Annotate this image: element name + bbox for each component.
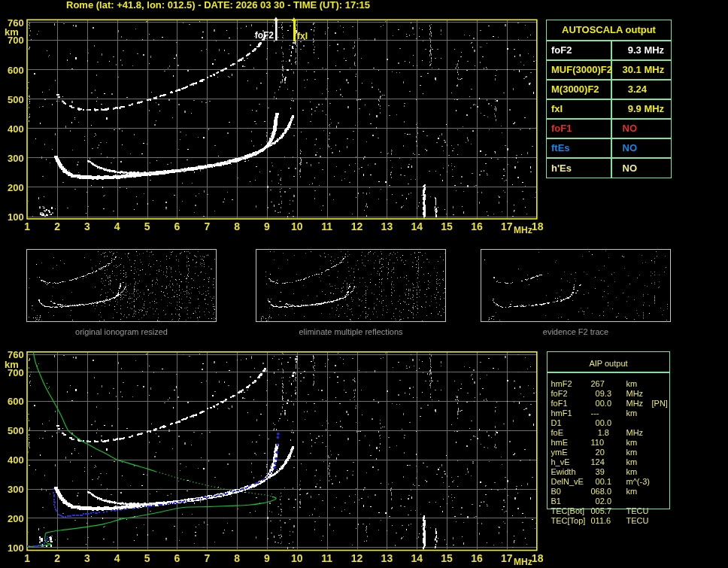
autoscala-table-title: AUTOSCALA output xyxy=(547,25,671,35)
x-tick-label: 4 xyxy=(105,553,129,563)
thumbnail-caption: original ionogram resized xyxy=(26,327,217,336)
station-title: Rome (lat: +41.8, lon: 012.5) - DATE: 20… xyxy=(66,1,370,10)
thumbnail-caption: evidence F2 trace xyxy=(481,327,671,336)
x-tick-label: 6 xyxy=(165,553,189,563)
x-tick-label: 3 xyxy=(75,553,99,563)
x-tick-label: 4 xyxy=(105,221,129,232)
x-tick-label: 2 xyxy=(45,221,69,232)
autoscala-row-label: foF2 xyxy=(551,45,572,56)
autoscala-row-label: ftEs xyxy=(551,143,570,153)
autoscala-row-divider xyxy=(546,59,672,61)
y-tick-label: 400 xyxy=(8,124,24,134)
ionogram-plot-bottom xyxy=(26,351,538,552)
x-tick-label: 12 xyxy=(345,553,369,563)
x-tick-label: 5 xyxy=(135,221,159,232)
x-tick-label: 12 xyxy=(345,221,369,232)
y-tick-label: 600 xyxy=(8,396,24,406)
x-tick-label: 9 xyxy=(255,221,279,232)
y-axis-unit-label: km xyxy=(5,27,19,37)
x-tick-label: 5 xyxy=(135,553,159,563)
y-tick-label: 300 xyxy=(8,484,24,494)
y-tick-label: 400 xyxy=(8,455,24,465)
x-tick-label: 15 xyxy=(435,221,459,232)
x-tick-label: 6 xyxy=(165,221,189,232)
x-tick-label: 14 xyxy=(405,221,429,232)
x-tick-label: 10 xyxy=(285,553,309,563)
y-tick-label: 100 xyxy=(8,543,24,553)
autoscala-row-value: NO xyxy=(623,143,638,153)
autoscala-row-value: 9.9 MHz xyxy=(623,104,665,114)
autoscala-row-value: 30.1 MHz xyxy=(623,65,665,75)
aip-row-label: TEC[Top] xyxy=(551,516,586,525)
x-tick-label: 3 xyxy=(75,221,99,232)
x-tick-label: 11 xyxy=(315,553,339,563)
y-tick-label: 200 xyxy=(8,183,24,193)
autoscala-row-divider xyxy=(546,118,672,120)
autoscala-row-label: h'Es xyxy=(551,163,572,174)
x-tick-label: 1 xyxy=(15,553,39,563)
autoscala-row-divider xyxy=(546,138,672,139)
x-tick-label: 13 xyxy=(375,221,399,232)
x-tick-label: 11 xyxy=(315,221,339,232)
thumbnail-image xyxy=(256,250,445,321)
thumbnail-image xyxy=(27,250,216,321)
x-tick-label: 16 xyxy=(465,221,489,232)
x-tick-label: 7 xyxy=(195,553,219,563)
autoscala-row-label: M(3000)F2 xyxy=(551,84,599,95)
x-tick-label: 8 xyxy=(225,221,249,232)
aip-table-border xyxy=(547,351,670,509)
x-tick-label: 15 xyxy=(435,553,459,563)
y-tick-label: 200 xyxy=(8,514,24,524)
x-tick-label: 13 xyxy=(375,553,399,563)
y-tick-label: 600 xyxy=(8,65,24,75)
x-tick-label: 9 xyxy=(255,553,279,563)
x-tick-label: 10 xyxy=(285,221,309,232)
autoscala-header-divider xyxy=(546,40,672,41)
y-tick-label: 500 xyxy=(8,426,24,436)
autoscala-row-label: foF1 xyxy=(551,123,572,134)
aip-row-unit: TECU xyxy=(626,516,649,525)
x-tick-label: 2 xyxy=(45,553,69,563)
x-tick-label: 18 xyxy=(526,221,550,232)
aip-table-header-divider xyxy=(547,372,670,373)
autoscala-row-value: 9.3 MHz xyxy=(623,45,665,56)
autoscala-row-divider xyxy=(546,99,672,100)
autoscala-screen: { "header": { "title": "Rome (lat: +41.8… xyxy=(0,0,728,568)
x-tick-label: 14 xyxy=(405,553,429,563)
autoscala-row-label: MUF(3000)F2 xyxy=(551,65,612,75)
x-tick-label: 18 xyxy=(526,553,550,563)
autoscala-row-value: NO xyxy=(623,163,638,174)
y-tick-label: 500 xyxy=(8,95,24,105)
autoscala-row-value: 3.24 xyxy=(623,84,648,95)
fxi-marker-label: fxI xyxy=(297,32,308,41)
thumbnail-caption: eliminate multiple reflections xyxy=(256,327,446,336)
autoscala-row-value: NO xyxy=(623,123,638,134)
autoscala-row-label: fxI xyxy=(551,104,563,114)
ionogram-plot-top xyxy=(26,15,538,220)
y-axis-unit-label: km xyxy=(5,360,19,369)
fof2-marker-label: foF2 xyxy=(244,31,274,40)
x-tick-label: 16 xyxy=(465,553,489,563)
thumbnail-image xyxy=(481,250,670,321)
autoscala-row-divider xyxy=(546,157,672,159)
x-tick-label: 7 xyxy=(195,221,219,232)
autoscala-row-divider xyxy=(546,79,672,80)
y-tick-label: 300 xyxy=(8,153,24,163)
x-tick-label: 1 xyxy=(15,221,39,232)
x-tick-label: 8 xyxy=(225,553,249,563)
aip-row-value: 011.6 xyxy=(591,516,611,525)
